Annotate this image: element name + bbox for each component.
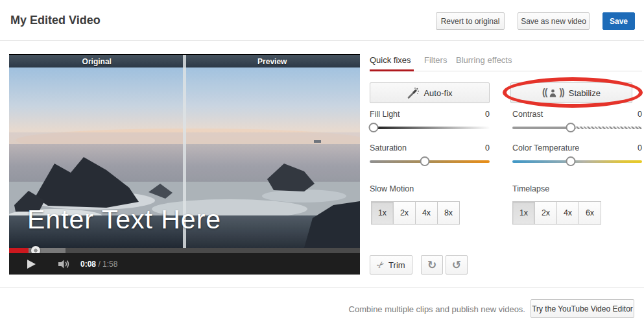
page-title: My Edited Video xyxy=(10,14,101,27)
fill-light-label: Fill Light xyxy=(370,110,400,120)
try-video-editor-button[interactable]: Try the YouTube Video Editor xyxy=(531,299,634,318)
progress-played xyxy=(9,248,29,253)
stabilize-label: Stabilize xyxy=(569,88,601,98)
time-current: 0:08 xyxy=(80,260,96,269)
time-display: 0:08 / 1:58 xyxy=(80,260,117,269)
preview-label: Preview xyxy=(257,57,287,66)
player-controls: 0:08 / 1:58 xyxy=(9,253,360,275)
contrast-handle[interactable] xyxy=(566,123,576,132)
slow-motion-2x-button[interactable]: 2x xyxy=(393,201,416,225)
stabilize-person-icon xyxy=(549,89,556,97)
tab-quick-fixes[interactable]: Quick fixes xyxy=(370,55,411,65)
trim-button[interactable]: ✂ Trim xyxy=(370,255,412,275)
shake-paren-left: (( xyxy=(542,87,547,97)
save-as-new-video-button[interactable]: Save as new video xyxy=(518,12,590,30)
save-button[interactable]: Save xyxy=(602,12,635,30)
original-half: Original xyxy=(9,55,185,67)
fill-light-value: 0 xyxy=(485,110,490,120)
redo-button[interactable]: ↻ xyxy=(421,255,443,275)
volume-icon[interactable] xyxy=(58,259,71,269)
progress-bar[interactable] xyxy=(9,248,360,253)
slow-motion-1x-button[interactable]: 1x xyxy=(371,201,394,225)
saturation-slider: Saturation 0 xyxy=(370,143,490,163)
contrast-label: Contrast xyxy=(512,110,543,120)
header-divider xyxy=(0,40,644,41)
play-icon[interactable] xyxy=(27,260,36,269)
fill-light-track[interactable] xyxy=(370,127,490,129)
color-temperature-track[interactable] xyxy=(512,160,642,163)
contrast-track[interactable] xyxy=(512,127,642,129)
footer-divider xyxy=(0,287,644,288)
saturation-track[interactable] xyxy=(370,160,490,163)
editor-promo-text: Combine multiple clips and publish new v… xyxy=(349,304,525,314)
fill-light-slider: Fill Light 0 xyxy=(370,110,490,129)
fill-light-handle[interactable] xyxy=(368,123,378,132)
shake-paren-right: )) xyxy=(559,87,564,97)
revert-to-original-button[interactable]: Revert to original xyxy=(436,12,505,30)
color-temperature-slider: Color Temperature 0 xyxy=(512,143,642,163)
stabilize-button[interactable]: (( )) Stabilize xyxy=(510,82,632,103)
original-label: Original xyxy=(82,57,112,66)
timelapse-group: 1x 2x 4x 6x xyxy=(512,201,601,225)
saturation-value: 0 xyxy=(485,143,490,154)
tab-bar: Quick fixes Filters Blurring effects xyxy=(370,54,642,71)
redo-icon: ↻ xyxy=(427,258,436,271)
timelapse-6x-button[interactable]: 6x xyxy=(578,201,601,225)
video-editor-page: My Edited Video Revert to original Save … xyxy=(0,0,644,331)
color-temperature-label: Color Temperature xyxy=(512,143,579,154)
contrast-value: 0 xyxy=(638,110,642,120)
video-player[interactable]: Original Preview Enter Text Here 0 xyxy=(9,54,360,275)
auto-fix-button[interactable]: Auto-fix xyxy=(370,82,490,103)
color-temperature-handle[interactable] xyxy=(566,156,576,166)
trim-label: Trim xyxy=(388,260,405,270)
slow-motion-8x-button[interactable]: 8x xyxy=(437,201,460,225)
saturation-label: Saturation xyxy=(370,143,407,154)
timelapse-4x-button[interactable]: 4x xyxy=(556,201,579,225)
slow-motion-group: 1x 2x 4x 8x xyxy=(371,201,460,225)
timelapse-2x-button[interactable]: 2x xyxy=(534,201,557,225)
timelapse-1x-button[interactable]: 1x xyxy=(512,201,535,225)
preview-half: Preview xyxy=(185,55,361,67)
active-tab-underline xyxy=(370,69,414,71)
undo-button[interactable]: ↺ xyxy=(446,255,468,275)
saturation-handle[interactable] xyxy=(420,156,430,166)
slow-motion-4x-button[interactable]: 4x xyxy=(415,201,438,225)
color-temperature-value: 0 xyxy=(638,143,642,154)
video-text-overlay: Enter Text Here xyxy=(27,204,352,235)
timelapse-label: Timelapse xyxy=(512,184,549,193)
scissors-icon: ✂ xyxy=(375,258,387,271)
slow-motion-label: Slow Motion xyxy=(370,184,414,193)
time-total: / 1:58 xyxy=(98,260,117,269)
enhancements-panel: Quick fixes Filters Blurring effects Aut… xyxy=(370,54,643,278)
undo-icon: ↺ xyxy=(452,258,461,271)
magic-wand-icon xyxy=(407,87,419,99)
tab-blurring-effects[interactable]: Blurring effects xyxy=(456,55,512,65)
tab-filters[interactable]: Filters xyxy=(424,55,447,65)
contrast-slider: Contrast 0 xyxy=(512,110,642,129)
auto-fix-label: Auto-fix xyxy=(423,88,452,98)
